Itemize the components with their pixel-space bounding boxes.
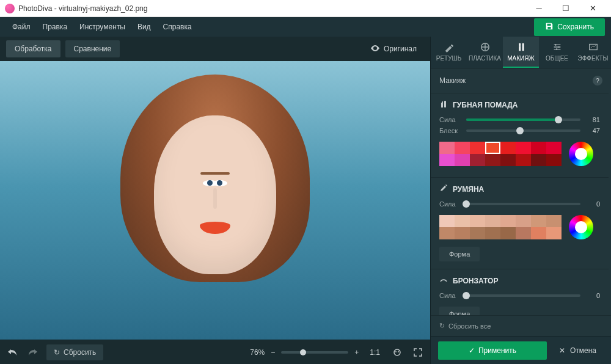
color-swatch[interactable] [546,215,562,227]
minimize-button[interactable]: ─ [525,0,552,17]
tab-edit[interactable]: Обработка [6,40,60,57]
zoom-out-button[interactable]: − [271,348,275,357]
check-icon: ✓ [469,346,475,355]
color-swatch[interactable] [470,142,485,154]
reset-button[interactable]: ↻ Сбросить [46,344,103,360]
canvas[interactable] [0,61,430,340]
tab-plastic[interactable]: ПЛАСТИКА [467,37,503,68]
tab-general[interactable]: ОБЩЕЕ [539,37,575,68]
color-swatch[interactable] [546,154,562,166]
lipstick-header[interactable]: ГУБНАЯ ПОМАДА [439,100,600,110]
undo-button[interactable] [7,348,18,357]
zoom-slider[interactable] [281,351,348,354]
menu-edit[interactable]: Правка [37,23,74,31]
color-swatch[interactable] [455,154,470,166]
color-swatch[interactable] [439,215,455,227]
close-button[interactable]: ✕ [579,0,606,17]
menu-file[interactable]: Файл [6,23,37,31]
menu-help[interactable]: Справка [157,23,198,31]
lipstick-strength-slider[interactable] [466,118,580,121]
zoom-in-button[interactable]: + [354,348,359,357]
color-swatch[interactable] [455,142,470,154]
bronzer-form-button[interactable]: Форма [439,307,480,315]
bronzer-strength-value: 0 [585,292,600,299]
save-label: Сохранить [557,23,594,31]
menu-tools[interactable]: Инструменты [73,23,131,31]
reset-all-label: Сбросить все [448,322,491,330]
color-swatch[interactable] [470,215,485,227]
blush-form-button[interactable]: Форма [439,247,480,261]
apply-button[interactable]: ✓ Применить [438,341,547,360]
bronzer-header[interactable]: БРОНЗАТОР [439,275,600,286]
color-swatch[interactable] [485,154,500,166]
color-swatch[interactable] [485,142,500,154]
color-swatch[interactable] [531,154,546,166]
tab-effects[interactable]: ЭФФЕКТЫ [575,37,611,68]
maximize-button[interactable]: ☐ [552,0,579,17]
color-swatch[interactable] [546,227,562,239]
menu-view[interactable]: Вид [131,23,157,31]
cancel-button[interactable]: ✕ Отмена [552,341,604,360]
photo-content [0,61,430,340]
window-controls: ─ ☐ ✕ [525,0,606,17]
color-swatch[interactable] [516,215,531,227]
color-swatch[interactable] [439,227,455,239]
bronzer-strength-slider[interactable] [466,294,580,297]
color-swatch[interactable] [500,215,516,227]
color-swatch[interactable] [500,142,516,154]
blush-header[interactable]: РУМЯНА [439,184,600,194]
fullscreen-button[interactable] [413,348,423,357]
color-swatch[interactable] [531,215,546,227]
color-swatch[interactable] [470,154,485,166]
save-icon [545,22,554,32]
svg-point-0 [394,349,400,355]
cancel-label: Отмена [570,346,596,355]
original-toggle[interactable]: Оригинал [363,39,424,59]
save-button[interactable]: Сохранить [534,18,605,36]
color-swatch[interactable] [485,227,500,239]
color-swatch[interactable] [500,154,516,166]
zoom-ratio[interactable]: 1:1 [370,348,380,357]
svg-point-8 [558,46,560,48]
color-swatch[interactable] [455,227,470,239]
color-swatch[interactable] [455,215,470,227]
tab-retouch[interactable]: РЕТУШЬ [431,37,467,68]
tab-makeup[interactable]: МАКИЯЖ [503,37,539,68]
panel-scroll[interactable]: ГУБНАЯ ПОМАДА Сила 81 Блеск 47 [431,93,611,315]
reset-all-button[interactable]: ↻ Сбросить все [431,315,611,336]
right-panel: РЕТУШЬ ПЛАСТИКА МАКИЯЖ ОБЩЕЕ ЭФФЕКТЫ Мак… [430,37,611,364]
color-swatch[interactable] [439,154,455,166]
help-button[interactable]: ? [593,76,602,86]
color-swatch[interactable] [439,142,455,154]
redo-button[interactable] [27,348,38,357]
blush-strength-slider[interactable] [466,203,580,205]
left-pane: Обработка Сравнение Оригинал [0,37,430,364]
right-bottombar: ✓ Применить ✕ Отмена [431,336,611,364]
blush-colorwheel[interactable] [569,215,593,239]
color-swatch[interactable] [500,227,516,239]
close-icon: ✕ [559,346,565,355]
lipstick-colorwheel[interactable] [569,142,593,166]
bronzer-strength-label: Сила [439,292,461,299]
color-swatch[interactable] [485,215,500,227]
lipstick-gloss-slider[interactable] [466,129,580,132]
reset-all-icon: ↻ [439,322,445,330]
color-swatch[interactable] [516,227,531,239]
svg-point-1 [395,351,397,352]
tab-compare[interactable]: Сравнение [65,40,120,57]
color-swatch[interactable] [531,227,546,239]
fit-face-button[interactable] [392,348,402,357]
color-swatch[interactable] [531,142,546,154]
bronzer-icon [439,275,448,286]
color-swatch[interactable] [470,227,485,239]
svg-rect-4 [519,46,521,51]
reset-icon: ↻ [54,348,60,357]
svg-point-2 [398,351,399,352]
color-swatch[interactable] [516,142,531,154]
color-swatch[interactable] [516,154,531,166]
color-swatch[interactable] [546,142,562,154]
panel-header: Макияж ? [431,68,611,93]
lipstick-gloss-value: 47 [585,127,600,134]
blush-strength-label: Сила [439,200,461,208]
section-lipstick: ГУБНАЯ ПОМАДА Сила 81 Блеск 47 [431,93,609,177]
